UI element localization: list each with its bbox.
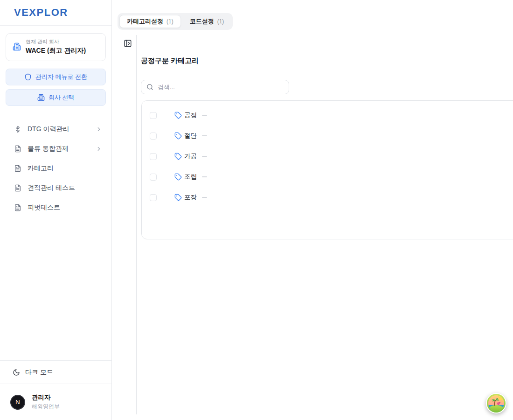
category-label: 절단 (184, 132, 197, 140)
document-icon (14, 145, 21, 153)
category-row[interactable]: 공정 (142, 105, 513, 126)
sidebar-item-estimate-test[interactable]: 견적관리 테스트 (0, 178, 111, 198)
bluetooth-icon (14, 126, 21, 133)
page-title: 공정구분 카테고리 (141, 56, 199, 65)
tag-icon (174, 194, 182, 201)
row-checkbox[interactable] (150, 112, 157, 119)
search-input[interactable] (158, 84, 284, 91)
sidebar-item-label: 카테고리 (28, 164, 102, 173)
tag-icon (174, 112, 182, 119)
tag-icon (174, 153, 182, 160)
sidebar-item-dtg-history[interactable]: DTG 이력관리 (0, 119, 111, 139)
sidebar-item-pivot-test[interactable]: 피벗테스트 (0, 198, 111, 217)
building-icon (13, 42, 21, 51)
row-checkbox[interactable] (150, 153, 157, 160)
category-row[interactable]: 가공 (142, 146, 513, 167)
avatar-initial: N (15, 399, 20, 406)
search-box (141, 80, 289, 94)
company-card-name: WACE (최고 관리자) (26, 47, 86, 55)
app-window: VEXPLOR 현재 관리 회사 WACE (최고 관리자) 관리자 메뉴로 전… (0, 0, 513, 420)
sidebar-item-label: 견적관리 테스트 (28, 184, 102, 192)
logo-area: VEXPLOR (0, 0, 111, 26)
switch-admin-menu-label: 관리자 메뉴로 전환 (35, 73, 87, 81)
tag-icon (174, 132, 182, 140)
document-icon (14, 165, 21, 172)
tab-label: 카테고리설정 (127, 17, 163, 26)
content-panel: 공정구분 카테고리 공정 (136, 35, 513, 414)
sidebar-item-logistics-control[interactable]: 물류 통합관제 (0, 139, 111, 159)
settings-tabs: 카테고리설정 (1) 코드설정 (1) (118, 13, 233, 30)
category-list-card: 공정 절단 가공 (141, 100, 513, 239)
tab-label: 코드설정 (190, 17, 214, 26)
title-divider (141, 74, 508, 74)
document-icon (14, 204, 21, 211)
row-dash-icon (202, 135, 207, 137)
row-dash-icon (202, 176, 207, 178)
category-row[interactable]: 절단 (142, 126, 513, 146)
dark-mode-toggle[interactable]: 다크 모드 (0, 360, 111, 384)
user-name: 관리자 (32, 393, 60, 402)
tab-count: (1) (166, 18, 173, 25)
user-department: 해외영업부 (32, 403, 60, 411)
tag-icon (174, 173, 182, 181)
row-dash-icon (202, 115, 207, 116)
tab-count: (1) (217, 18, 224, 25)
island-widget-button[interactable] (486, 393, 506, 413)
sidebar: VEXPLOR 현재 관리 회사 WACE (최고 관리자) 관리자 메뉴로 전… (0, 0, 112, 420)
vexplor-logo: VEXPLOR (14, 7, 68, 19)
current-company-card: 현재 관리 회사 WACE (최고 관리자) (6, 33, 106, 61)
user-profile[interactable]: N 관리자 해외영업부 (0, 384, 111, 420)
company-card-label: 현재 관리 회사 (26, 38, 86, 45)
row-checkbox[interactable] (150, 194, 157, 201)
building-icon (37, 94, 45, 101)
sidebar-item-label: 물류 통합관제 (28, 145, 90, 153)
row-dash-icon (202, 197, 207, 198)
category-row[interactable]: 포장 (142, 187, 513, 208)
category-label: 공정 (184, 111, 197, 119)
main-area: 카테고리설정 (1) 코드설정 (1) 공정구분 카테고리 (112, 0, 513, 420)
shield-icon (24, 73, 32, 81)
panel-toggle-icon[interactable] (123, 39, 132, 49)
sidebar-item-label: 피벗테스트 (28, 203, 102, 212)
sidebar-nav: DTG 이력관리 물류 통합관제 카테고리 (0, 116, 111, 217)
row-checkbox[interactable] (150, 174, 157, 181)
category-label: 조립 (184, 173, 197, 181)
category-row[interactable]: 조립 (142, 167, 513, 187)
avatar: N (10, 395, 25, 410)
select-company-label: 회사 선택 (49, 93, 75, 102)
switch-admin-menu-button[interactable]: 관리자 메뉴로 전환 (6, 69, 106, 85)
category-label: 가공 (184, 152, 197, 161)
sidebar-item-label: DTG 이력관리 (28, 125, 90, 133)
chevron-right-icon (96, 126, 102, 133)
tab-code-settings[interactable]: 코드설정 (1) (183, 15, 231, 28)
document-icon (14, 184, 21, 192)
tab-category-settings[interactable]: 카테고리설정 (1) (119, 15, 181, 28)
search-icon (146, 84, 153, 91)
row-checkbox[interactable] (150, 133, 157, 140)
chevron-right-icon (96, 146, 102, 152)
select-company-button[interactable]: 회사 선택 (6, 89, 106, 106)
dark-mode-label: 다크 모드 (25, 368, 53, 377)
sidebar-item-category[interactable]: 카테고리 (0, 159, 111, 178)
moon-icon (13, 369, 20, 376)
category-label: 포장 (184, 193, 197, 202)
row-dash-icon (202, 156, 207, 157)
